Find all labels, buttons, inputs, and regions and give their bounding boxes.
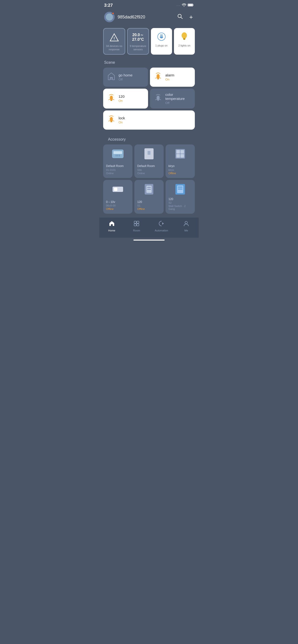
s2-device-name: 120 bbox=[169, 197, 192, 201]
nav-home[interactable]: Home bbox=[99, 220, 124, 232]
go-home-status: Off bbox=[118, 78, 132, 81]
scene-grid: go home Off alarm On bbox=[99, 68, 199, 132]
scene-120-info: 120 On bbox=[118, 94, 124, 102]
go-home-info: go home Off bbox=[118, 73, 132, 81]
status-bar: 3:27 ··· bbox=[99, 0, 199, 10]
status-time: 3:27 bbox=[104, 3, 113, 8]
room-nav-icon bbox=[133, 220, 140, 228]
accessory-title: Accessory bbox=[103, 135, 195, 144]
sbk-device-name: Default Room bbox=[137, 164, 161, 168]
ac-device-icon bbox=[106, 148, 129, 160]
header-actions: + bbox=[176, 12, 194, 22]
svg-rect-10 bbox=[183, 39, 185, 40]
lock-status: On bbox=[118, 120, 125, 124]
kiryo-device-icon bbox=[169, 148, 192, 160]
kiryo-device-status: Offline bbox=[169, 172, 192, 175]
wifi-icon bbox=[182, 3, 186, 8]
scene-section: Scene go home Off bbox=[99, 58, 199, 132]
header-left: 985dad62f920 bbox=[104, 12, 145, 22]
svg-rect-1 bbox=[188, 4, 193, 6]
accessory-card-ac[interactable]: Default Room 01-0101 Online bbox=[103, 144, 132, 178]
avatar-notification-dot bbox=[112, 12, 114, 14]
scene-card-alarm[interactable]: alarm On bbox=[150, 68, 195, 87]
svg-line-3 bbox=[181, 17, 182, 19]
scene-120-status: On bbox=[118, 99, 124, 102]
lock-icon bbox=[107, 115, 116, 125]
accessory-card-s1[interactable]: 120 S1 Offline bbox=[134, 180, 164, 214]
svg-rect-9 bbox=[183, 38, 186, 39]
svg-rect-25 bbox=[134, 224, 136, 226]
plug-icon bbox=[157, 31, 166, 42]
s1-device-name: 120 bbox=[137, 200, 161, 204]
svg-rect-6 bbox=[161, 34, 161, 37]
room-nav-label: Room bbox=[133, 229, 140, 232]
nav-automation[interactable]: Automation bbox=[149, 220, 174, 232]
sbk-device-sub: Sbk bbox=[137, 168, 161, 171]
me-nav-label: Me bbox=[185, 229, 188, 232]
dimmer-device-sub: 06c8-00 bbox=[106, 204, 129, 207]
alarm-name: alarm bbox=[165, 73, 175, 77]
scene-card-go-home[interactable]: go home Off bbox=[103, 68, 148, 87]
summary-card-no-response[interactable]: ! 34 devices noresponse bbox=[103, 28, 125, 54]
svg-rect-26 bbox=[137, 224, 139, 226]
dimmer-device-status: Offline bbox=[106, 208, 129, 210]
color-temp-name: color temperature bbox=[165, 92, 191, 100]
header: 985dad62f920 + bbox=[99, 10, 199, 26]
temperature-icon: 20.0～27.0°C bbox=[132, 32, 144, 43]
svg-point-27 bbox=[185, 222, 187, 224]
automation-nav-label: Automation bbox=[155, 229, 168, 232]
s1-device-icon bbox=[137, 183, 161, 195]
avatar[interactable] bbox=[104, 12, 115, 22]
lights-label: 2 lights on bbox=[178, 44, 190, 47]
lock-name: lock bbox=[118, 116, 125, 120]
home-nav-icon bbox=[109, 220, 115, 228]
summary-card-lights[interactable]: 2 lights on bbox=[174, 28, 195, 54]
accessory-card-sbk[interactable]: Default Room Sbk Online bbox=[134, 144, 164, 178]
nav-me[interactable]: Me bbox=[174, 220, 199, 232]
accessory-grid: Default Room 01-0101 Online Default Room… bbox=[103, 144, 195, 214]
summary-card-plugs[interactable]: 1 plugs on bbox=[151, 28, 172, 54]
svg-rect-7 bbox=[162, 34, 163, 37]
scene-card-120[interactable]: 120 On bbox=[103, 89, 148, 108]
add-button[interactable]: + bbox=[188, 12, 194, 22]
avatar-inner bbox=[106, 14, 113, 20]
scene-title: Scene bbox=[99, 58, 199, 68]
scene-card-lock[interactable]: lock On bbox=[103, 110, 195, 130]
s1-device-sub: S1 bbox=[137, 204, 161, 207]
automation-nav-icon bbox=[158, 220, 165, 228]
kiryo-device-sub: kiryo bbox=[169, 168, 192, 171]
lock-info: lock On bbox=[118, 116, 125, 124]
kiryo-device-name: kiryo bbox=[169, 164, 192, 168]
sbk-device-icon bbox=[137, 148, 161, 160]
scene-card-color-temp[interactable]: color temperature Off bbox=[150, 89, 195, 108]
summary-cards: ! 34 devices noresponse 20.0～27.0°C 9 te… bbox=[99, 26, 199, 58]
no-response-label: 34 devices noresponse bbox=[106, 44, 122, 51]
me-nav-icon bbox=[183, 220, 189, 228]
svg-rect-23 bbox=[134, 221, 136, 223]
s2-device-icon bbox=[169, 183, 192, 195]
home-nav-label: Home bbox=[108, 229, 115, 232]
color-temp-icon bbox=[154, 94, 163, 104]
accessory-card-s2[interactable]: 120 S2 Wall Switch · 2 Gang bbox=[166, 180, 195, 214]
s2-device-status: Wall Switch · 2 Gang bbox=[169, 204, 192, 210]
light-icon bbox=[180, 31, 189, 42]
svg-rect-22 bbox=[147, 151, 151, 155]
scene-120-icon bbox=[107, 94, 116, 104]
ac-device-status: Online bbox=[106, 172, 129, 175]
svg-rect-24 bbox=[137, 221, 139, 223]
bottom-nav: Home Room Automation Me bbox=[99, 218, 199, 238]
summary-card-temperature[interactable]: 20.0～27.0°C 9 temperaturesensors bbox=[127, 28, 149, 54]
accessory-card-dimmer[interactable]: 0～10v 06c8-00 Offline bbox=[103, 180, 132, 214]
svg-point-8 bbox=[182, 32, 187, 38]
color-temp-info: color temperature Off bbox=[165, 92, 191, 105]
s1-device-status: Offline bbox=[137, 208, 161, 210]
accessory-section: Accessory Default Room 01-0101 Online bbox=[99, 132, 199, 214]
search-button[interactable] bbox=[176, 13, 184, 21]
nav-room[interactable]: Room bbox=[124, 220, 149, 232]
home-indicator bbox=[133, 240, 165, 240]
dots-icon: ··· bbox=[177, 4, 181, 7]
accessory-card-kiryo[interactable]: kiryo kiryo Offline bbox=[166, 144, 195, 178]
plugs-label: 1 plugs on bbox=[155, 44, 168, 47]
battery-icon bbox=[188, 3, 194, 8]
alert-icon: ! bbox=[110, 32, 119, 43]
